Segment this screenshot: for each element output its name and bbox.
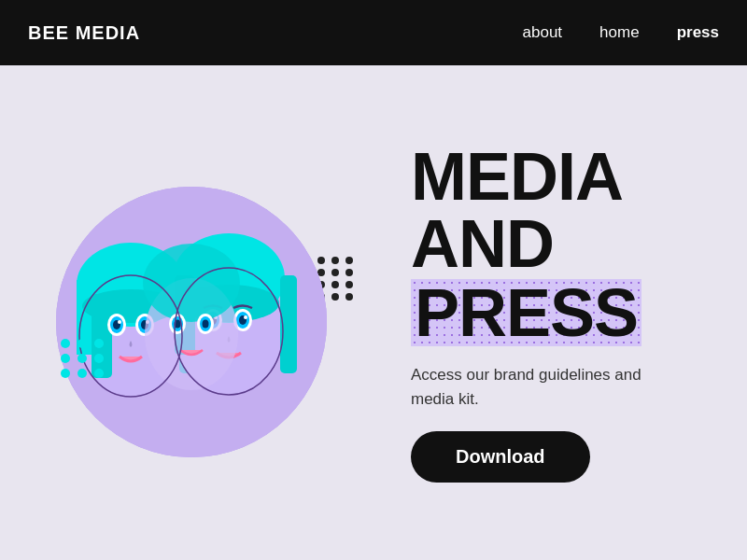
teal-dot — [94, 369, 104, 378]
nav-link-about[interactable]: about — [523, 23, 563, 42]
download-button[interactable]: Download — [411, 431, 590, 483]
teal-dot — [78, 369, 87, 378]
svg-point-26 — [244, 315, 247, 319]
svg-point-9 — [118, 320, 121, 324]
headline-press-wrapper: PRESS — [411, 279, 641, 346]
face-illustration — [56, 187, 327, 457]
teal-dot — [61, 369, 70, 378]
teal-dot — [94, 354, 104, 363]
hero-left — [47, 168, 364, 457]
teal-dot — [61, 354, 70, 363]
hero-circle-image — [56, 187, 327, 457]
dot — [331, 281, 339, 288]
headline-and: AND — [411, 210, 700, 277]
hero-right: MEDIA AND PRESS Access our brand guideli… — [364, 143, 700, 483]
dot — [345, 257, 353, 264]
headline-media: MEDIA — [411, 143, 700, 210]
teal-dot — [61, 339, 70, 348]
svg-point-29 — [143, 244, 240, 322]
dot — [345, 293, 353, 301]
dot — [345, 269, 353, 276]
navbar: BEE MEDIA about home press — [0, 0, 747, 65]
dot — [331, 293, 339, 301]
dot — [331, 257, 339, 264]
nav-links: about home press — [523, 23, 719, 42]
dots-bottom-left — [61, 339, 106, 378]
svg-point-35 — [203, 320, 209, 329]
teal-dot — [78, 339, 87, 348]
nav-link-press[interactable]: press — [677, 23, 719, 42]
hero-section: MEDIA AND PRESS Access our brand guideli… — [0, 65, 747, 560]
teal-dot — [78, 354, 87, 363]
teal-dot — [94, 339, 104, 348]
nav-logo: BEE MEDIA — [28, 22, 140, 44]
headline-press: PRESS — [411, 279, 641, 346]
nav-link-home[interactable]: home — [599, 23, 640, 42]
dot — [331, 269, 339, 276]
hero-subtext: Access our brand guidelines and media ki… — [411, 363, 672, 411]
dot — [345, 281, 353, 288]
